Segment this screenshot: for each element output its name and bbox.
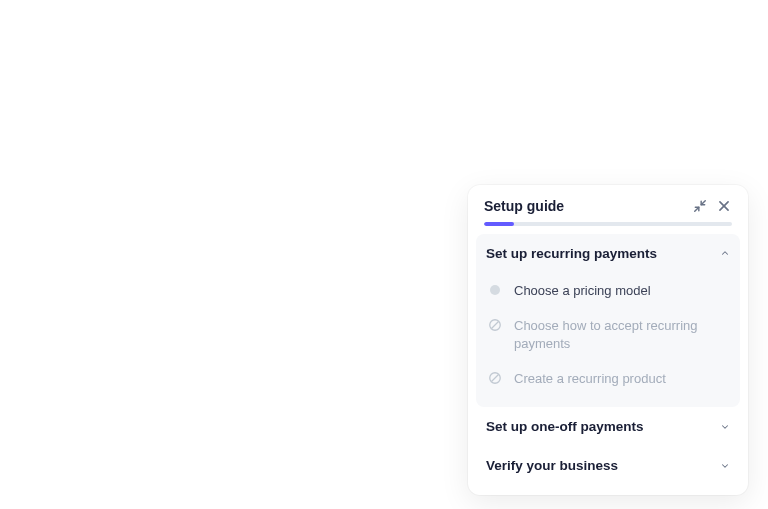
section-title: Set up one-off payments bbox=[486, 419, 644, 434]
section-header[interactable]: Verify your business bbox=[476, 446, 740, 485]
blocked-icon bbox=[488, 371, 502, 385]
panel-header: Setup guide bbox=[468, 185, 748, 222]
blocked-icon bbox=[488, 318, 502, 332]
svg-line-5 bbox=[492, 322, 499, 329]
chevron-down-icon bbox=[720, 461, 730, 471]
step-label: Create a recurring product bbox=[514, 370, 666, 388]
sections-list: Set up recurring payments Choose a prici… bbox=[468, 226, 748, 495]
step-label: Choose how to accept recurring payments bbox=[514, 317, 728, 352]
collapse-icon[interactable] bbox=[692, 198, 708, 214]
section-one-off-payments: Set up one-off payments bbox=[476, 407, 740, 446]
circle-icon bbox=[488, 283, 502, 297]
section-verify-business: Verify your business bbox=[476, 446, 740, 485]
section-title: Set up recurring payments bbox=[486, 246, 657, 261]
chevron-up-icon bbox=[720, 248, 730, 258]
svg-line-7 bbox=[492, 375, 499, 382]
panel-title: Setup guide bbox=[484, 198, 564, 214]
step-label: Choose a pricing model bbox=[514, 282, 651, 300]
setup-guide-panel: Setup guide Set bbox=[468, 185, 748, 495]
section-recurring-payments: Set up recurring payments Choose a prici… bbox=[476, 234, 740, 407]
section-header[interactable]: Set up one-off payments bbox=[476, 407, 740, 446]
step-item[interactable]: Choose how to accept recurring payments bbox=[486, 308, 730, 361]
section-title: Verify your business bbox=[486, 458, 618, 473]
step-item[interactable]: Choose a pricing model bbox=[486, 273, 730, 309]
header-actions bbox=[692, 198, 732, 214]
step-item[interactable]: Create a recurring product bbox=[486, 361, 730, 397]
chevron-down-icon bbox=[720, 422, 730, 432]
steps-list: Choose a pricing model Choose how to acc… bbox=[476, 273, 740, 407]
close-icon[interactable] bbox=[716, 198, 732, 214]
section-header[interactable]: Set up recurring payments bbox=[476, 234, 740, 273]
